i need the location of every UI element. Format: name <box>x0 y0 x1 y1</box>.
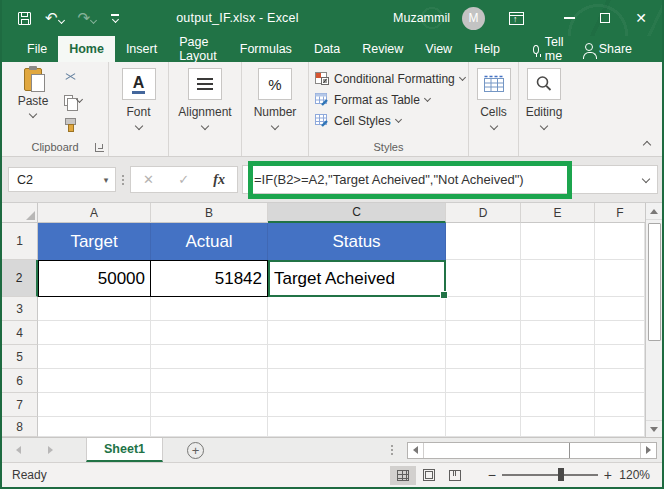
vertical-scrollbar[interactable] <box>645 203 662 437</box>
cell-b7[interactable] <box>151 393 268 417</box>
share-button[interactable]: Share <box>577 36 640 62</box>
cell-c6[interactable] <box>268 369 446 393</box>
conditional-formatting-button[interactable]: Conditional Formatting <box>315 68 468 89</box>
cell-b4[interactable] <box>151 321 268 345</box>
cell-d7[interactable] <box>446 393 521 417</box>
maximize-button[interactable] <box>590 5 620 31</box>
insert-function-button[interactable]: fx <box>213 172 225 188</box>
cell-e3[interactable] <box>521 297 595 321</box>
row-header-7[interactable]: 7 <box>2 393 38 417</box>
customize-quick-access-button[interactable] <box>106 12 124 24</box>
cell-e1[interactable] <box>521 223 595 260</box>
tab-help[interactable]: Help <box>463 36 511 62</box>
column-header-a[interactable]: A <box>38 203 151 223</box>
cell-a6[interactable] <box>38 369 151 393</box>
cell-b3[interactable] <box>151 297 268 321</box>
cell-e5[interactable] <box>521 345 595 369</box>
cell-a1[interactable]: Target <box>38 223 151 260</box>
cell-f6[interactable] <box>595 369 645 393</box>
cell-a2[interactable]: 50000 <box>38 260 151 297</box>
cell-c1[interactable]: Status <box>268 223 446 260</box>
tab-data[interactable]: Data <box>303 36 351 62</box>
cell-d3[interactable] <box>446 297 521 321</box>
zoom-out-button[interactable]: − <box>482 467 502 483</box>
column-header-c[interactable]: C <box>268 203 446 223</box>
normal-view-button[interactable] <box>390 466 416 485</box>
name-box[interactable]: C2 ▾ <box>8 167 116 192</box>
new-sheet-button[interactable]: + <box>187 442 204 459</box>
undo-button[interactable]: ↶ <box>41 8 68 28</box>
expand-formula-bar-icon[interactable] <box>642 175 650 183</box>
vertical-scrollbar-thumb[interactable] <box>648 223 661 341</box>
format-painter-button[interactable] <box>64 116 82 131</box>
formula-bar-grip-icon[interactable] <box>116 175 130 185</box>
cell-d8[interactable] <box>446 417 521 437</box>
cell-f5[interactable] <box>595 345 645 369</box>
cell-c3[interactable] <box>268 297 446 321</box>
cut-button[interactable] <box>64 70 82 85</box>
row-header-2[interactable]: 2 <box>2 260 38 297</box>
row-header-5[interactable]: 5 <box>2 345 38 369</box>
cell-f2[interactable] <box>595 260 645 297</box>
row-header-6[interactable]: 6 <box>2 369 38 393</box>
scroll-right-button[interactable] <box>640 443 656 458</box>
account-user-name[interactable]: Muzammil <box>393 11 450 25</box>
tab-view[interactable]: View <box>414 36 463 62</box>
cell-c8[interactable] <box>268 417 446 437</box>
clipboard-dialog-launcher-icon[interactable] <box>95 143 104 152</box>
page-layout-view-button[interactable] <box>416 466 442 485</box>
cell-b1[interactable]: Actual <box>151 223 268 260</box>
close-button[interactable]: ✕ <box>626 5 656 31</box>
row-header-4[interactable]: 4 <box>2 321 38 345</box>
row-header-1[interactable]: 1 <box>2 223 38 260</box>
cell-c5[interactable] <box>268 345 446 369</box>
cell-d5[interactable] <box>446 345 521 369</box>
column-header-b[interactable]: B <box>151 203 268 223</box>
alignment-dropdown-button[interactable]: Alignment <box>169 62 241 129</box>
cell-e7[interactable] <box>521 393 595 417</box>
page-break-preview-button[interactable] <box>442 466 468 485</box>
next-sheet-button[interactable] <box>34 438 66 462</box>
scroll-down-button[interactable] <box>646 420 662 437</box>
column-header-d[interactable]: D <box>446 203 521 223</box>
cell-d2[interactable] <box>446 260 521 297</box>
enter-button[interactable]: ✓ <box>178 172 189 187</box>
scroll-left-button[interactable] <box>408 443 424 458</box>
cell-d6[interactable] <box>446 369 521 393</box>
zoom-slider-thumb[interactable] <box>558 468 564 481</box>
tab-scroll-grip-icon[interactable] <box>385 445 399 455</box>
cell-f3[interactable] <box>595 297 645 321</box>
horizontal-scrollbar[interactable] <box>407 442 657 459</box>
tab-review[interactable]: Review <box>351 36 414 62</box>
cell-e4[interactable] <box>521 321 595 345</box>
cell-styles-button[interactable]: Cell Styles <box>315 110 468 131</box>
number-dropdown-button[interactable]: % Number <box>242 62 308 129</box>
cell-a8[interactable] <box>38 417 151 437</box>
ribbon-display-options-icon[interactable] <box>509 12 524 25</box>
cell-e2[interactable] <box>521 260 595 297</box>
cell-a5[interactable] <box>38 345 151 369</box>
cell-c4[interactable] <box>268 321 446 345</box>
save-button[interactable] <box>14 10 35 27</box>
cells-dropdown-button[interactable]: Cells <box>469 62 518 129</box>
cell-a4[interactable] <box>38 321 151 345</box>
tab-file[interactable]: File <box>16 36 58 62</box>
scroll-up-button[interactable] <box>646 203 662 220</box>
cell-d1[interactable] <box>446 223 521 260</box>
editing-dropdown-button[interactable]: Editing <box>519 62 569 129</box>
name-box-dropdown-icon[interactable]: ▾ <box>97 168 115 191</box>
column-header-e[interactable]: E <box>521 203 595 223</box>
row-header-3[interactable]: 3 <box>2 297 38 321</box>
previous-sheet-button[interactable] <box>2 438 34 462</box>
cell-b8[interactable] <box>151 417 268 437</box>
tab-page-layout[interactable]: Page Layout <box>168 36 229 62</box>
minimize-button[interactable] <box>554 5 584 31</box>
cell-f1[interactable] <box>595 223 645 260</box>
sheet-tab-sheet1[interactable]: Sheet1 <box>86 438 163 462</box>
cell-a7[interactable] <box>38 393 151 417</box>
cell-b6[interactable] <box>151 369 268 393</box>
paste-button[interactable]: Paste <box>12 68 54 117</box>
cell-c7[interactable] <box>268 393 446 417</box>
cancel-button[interactable]: ✕ <box>143 172 154 187</box>
zoom-slider[interactable] <box>502 474 598 475</box>
